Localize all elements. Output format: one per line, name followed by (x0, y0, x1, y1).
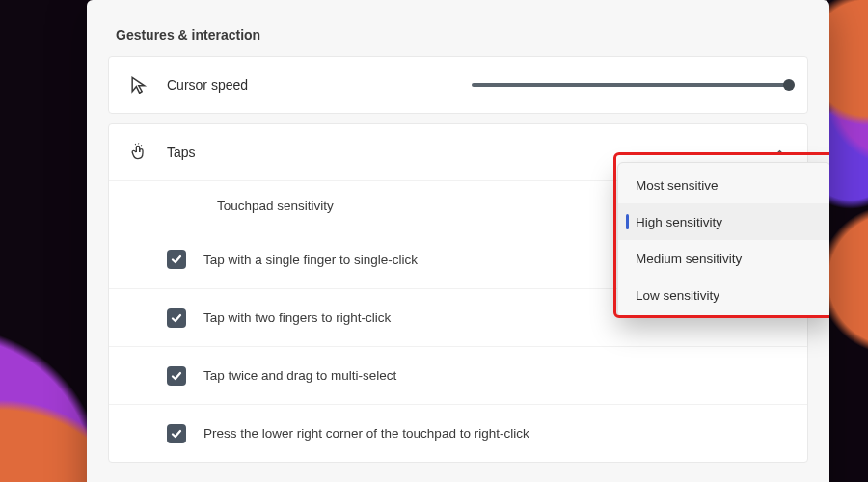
cursor-speed-row[interactable]: Cursor speed (109, 57, 807, 113)
cursor-icon (126, 73, 149, 96)
sensitivity-option[interactable]: High sensitivity (618, 203, 829, 240)
sensitivity-option[interactable]: Low sensitivity (618, 277, 829, 313)
sensitivity-dropdown[interactable]: Most sensitive High sensitivity Medium s… (617, 162, 829, 318)
cursor-speed-slider[interactable] (472, 78, 790, 92)
section-title: Gestures & interaction (87, 23, 829, 56)
touchpad-sensitivity-label: Touchpad sensitivity (126, 199, 334, 213)
option-label: Tap twice and drag to multi-select (203, 368, 790, 383)
slider-track (472, 83, 790, 87)
cursor-speed-card: Cursor speed (108, 56, 808, 114)
checkbox[interactable] (167, 308, 186, 328)
tap-icon (126, 141, 149, 164)
sensitivity-option[interactable]: Medium sensitivity (618, 240, 829, 277)
tap-option-row[interactable]: Tap twice and drag to multi-select (109, 346, 807, 404)
option-label: Press the lower right corner of the touc… (203, 426, 790, 441)
sensitivity-option[interactable]: Most sensitive (618, 167, 829, 203)
checkbox[interactable] (167, 424, 186, 443)
checkbox[interactable] (167, 250, 186, 269)
cursor-speed-label: Cursor speed (167, 77, 452, 93)
desktop-wallpaper: Gestures & interaction Cursor speed (0, 0, 868, 482)
slider-thumb[interactable] (783, 79, 795, 91)
chevron-up-icon (769, 142, 790, 163)
taps-label: Taps (167, 145, 769, 160)
checkbox[interactable] (167, 366, 186, 386)
tap-option-row[interactable]: Press the lower right corner of the touc… (109, 404, 807, 462)
settings-panel: Gestures & interaction Cursor speed (87, 0, 829, 482)
